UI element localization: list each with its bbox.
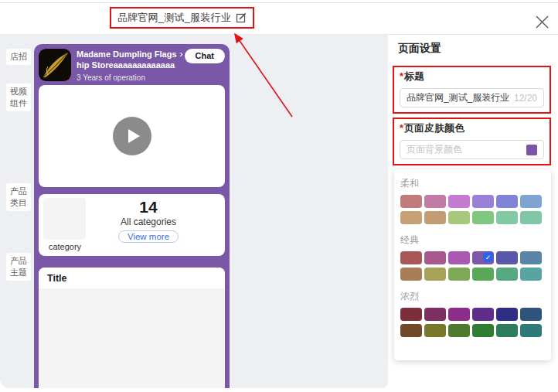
category-caption: category	[43, 242, 87, 251]
color-swatch[interactable]	[496, 195, 518, 208]
palette-grid	[400, 308, 546, 337]
color-swatch[interactable]	[424, 195, 446, 208]
color-swatch[interactable]	[448, 195, 470, 208]
close-icon[interactable]	[533, 13, 550, 30]
store-name: Madame Dumpling Flagship Storeaaaaaaaaaa…	[77, 49, 178, 71]
skin-color-annotation-box: *页面皮肤颜色 页面背景颜色	[393, 118, 551, 165]
color-swatch[interactable]	[520, 211, 542, 224]
color-swatch[interactable]	[400, 195, 422, 208]
color-swatch[interactable]	[496, 268, 518, 281]
play-triangle	[128, 129, 140, 143]
color-swatch[interactable]	[472, 211, 494, 224]
component-label-video: 视频 组件	[6, 84, 31, 111]
color-swatch[interactable]	[520, 268, 542, 281]
product-category-component: category 14 All categories View more	[39, 194, 225, 256]
color-swatch[interactable]	[448, 251, 470, 264]
label-line: 主题	[10, 267, 27, 278]
page-preview-area: 店招 视频 组件 产品 类目 产品 主题	[0, 35, 388, 388]
color-swatch[interactable]	[400, 324, 422, 337]
palette-section-label: 柔和	[400, 169, 546, 190]
category-image-placeholder	[43, 198, 86, 240]
chevron-right-icon[interactable]: ›	[179, 49, 182, 60]
palette-section-label: 经典	[400, 224, 546, 247]
required-asterisk: *	[400, 70, 403, 82]
color-swatch[interactable]	[424, 211, 446, 224]
palette-grid	[400, 195, 546, 224]
color-swatch[interactable]	[400, 268, 422, 281]
component-label-product-category: 产品 类目	[6, 183, 31, 211]
settings-panel: 页面设置 *标题 品牌官网_测试_服装行业 12/20 *页面皮肤颜色 页面背景…	[388, 35, 558, 392]
color-swatch[interactable]: ✓	[472, 251, 494, 264]
color-swatch[interactable]	[496, 308, 518, 321]
all-categories-label: All categories	[121, 216, 176, 227]
label-line: 产品	[10, 255, 27, 267]
label-line: 组件	[10, 97, 27, 109]
page-title-annotation-box: 品牌官网_测试_服装行业	[110, 7, 254, 29]
store-subtitle: 3 Years of operation	[77, 73, 225, 82]
color-palette-dropdown: 柔和经典✓浓烈	[394, 169, 551, 360]
char-counter: 12/20	[514, 93, 537, 104]
component-label-product-theme: 产品 主题	[6, 253, 31, 281]
color-swatch[interactable]	[448, 324, 470, 337]
skin-color-label-text: 页面皮肤颜色	[404, 122, 464, 134]
color-swatch[interactable]	[424, 308, 446, 321]
color-swatch[interactable]	[448, 211, 470, 224]
store-header: Madame Dumpling Flagship Storeaaaaaaaaaa…	[39, 48, 225, 85]
chat-button[interactable]: Chat	[185, 49, 225, 63]
edit-icon[interactable]	[236, 12, 247, 23]
color-swatch[interactable]	[520, 308, 542, 321]
color-swatch[interactable]	[520, 324, 542, 337]
palette-section-label: 浓烈	[400, 281, 546, 303]
title-field-label-text: 标题	[404, 70, 424, 82]
settings-heading: 页面设置	[398, 42, 548, 56]
check-icon: ✓	[483, 252, 493, 262]
color-swatch[interactable]	[448, 268, 470, 281]
color-swatch[interactable]	[448, 308, 470, 321]
label-line: 店招	[10, 51, 27, 63]
color-swatch[interactable]	[400, 211, 422, 224]
page-settings-dialog: 品牌官网_测试_服装行业 店招 视频 组件 产品 类目	[0, 0, 558, 392]
label-line: 类目	[10, 197, 27, 209]
selected-color-chip	[526, 145, 537, 155]
color-swatch[interactable]	[472, 195, 494, 208]
color-swatch[interactable]	[496, 211, 518, 224]
color-swatch[interactable]	[424, 251, 446, 264]
color-swatch[interactable]	[472, 308, 494, 321]
product-theme-component: Title	[39, 268, 225, 388]
theme-body-placeholder	[39, 288, 225, 388]
component-label-storefront: 店招	[6, 49, 31, 65]
color-swatch[interactable]	[424, 268, 446, 281]
skin-color-input[interactable]: 页面背景颜色	[400, 140, 544, 159]
color-swatch[interactable]	[400, 251, 422, 264]
color-swatch[interactable]	[496, 251, 518, 264]
title-input-value: 品牌官网_测试_服装行业	[407, 91, 514, 104]
color-swatch[interactable]	[472, 268, 494, 281]
category-count: 14	[139, 198, 157, 216]
title-input[interactable]: 品牌官网_测试_服装行业 12/20	[400, 88, 544, 107]
color-swatch[interactable]	[424, 324, 446, 337]
color-swatch[interactable]	[520, 195, 542, 208]
skin-color-placeholder: 页面背景颜色	[407, 143, 526, 156]
color-swatch[interactable]	[496, 324, 518, 337]
theme-title: Title	[39, 268, 225, 288]
dialog-header: 品牌官网_测试_服装行业	[0, 3, 558, 35]
page-title: 品牌官网_测试_服装行业	[117, 11, 231, 25]
video-component	[39, 85, 225, 187]
title-field-annotation-box: *标题 品牌官网_测试_服装行业 12/20	[393, 66, 551, 114]
phone-preview: Madame Dumpling Flagship Storeaaaaaaaaaa…	[34, 44, 230, 388]
palette-grid: ✓	[400, 251, 546, 281]
skin-color-label: *页面皮肤颜色	[400, 121, 544, 135]
store-logo	[39, 49, 71, 81]
color-swatch[interactable]	[400, 308, 422, 321]
label-line: 视频	[10, 86, 27, 97]
color-swatch[interactable]	[520, 251, 542, 264]
label-line: 产品	[10, 186, 27, 197]
color-swatch[interactable]	[472, 324, 494, 337]
required-asterisk: *	[400, 122, 403, 134]
view-more-button[interactable]: View more	[118, 230, 179, 243]
title-field-label: *标题	[400, 70, 544, 84]
play-icon[interactable]	[113, 117, 151, 155]
